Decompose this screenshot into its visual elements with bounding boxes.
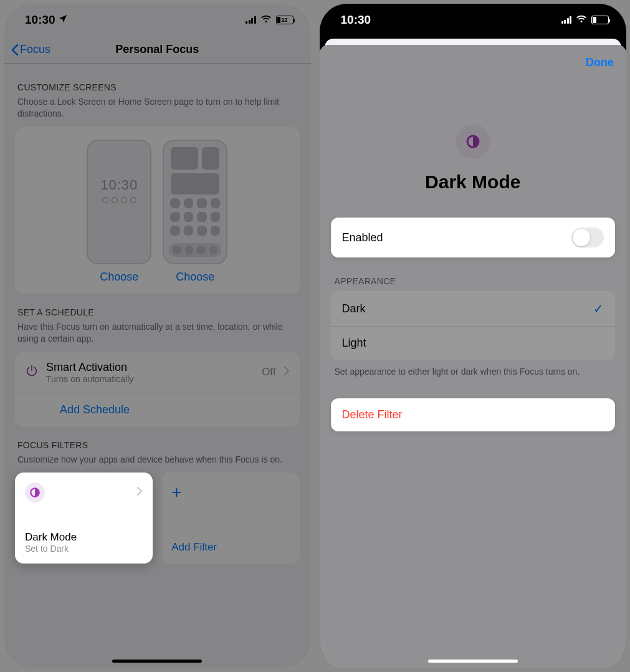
phone-right: 10:30 22 Done Dark Mode Enabled Appearan… [320, 4, 627, 668]
status-bar: 10:30 22 [4, 4, 311, 36]
location-icon [58, 13, 68, 27]
dark-mode-filter-title: Dark Mode [25, 531, 143, 544]
plus-icon: + [171, 482, 181, 502]
add-schedule-button[interactable]: Add Schedule [15, 393, 300, 426]
lock-screen-option[interactable]: 10:30 Choose [87, 140, 151, 284]
schedule-desc: Have this Focus turn on automatically at… [4, 320, 311, 352]
wifi-icon [576, 14, 587, 26]
wifi-icon [260, 14, 272, 26]
delete-filter-button[interactable]: Delete Filter [331, 398, 616, 431]
appearance-dark-label: Dark [342, 302, 366, 315]
status-right: 22 [561, 14, 609, 26]
appearance-footer: Set appearance to either light or dark w… [320, 360, 627, 385]
home-screen-thumb [163, 140, 227, 264]
battery-pct: 22 [277, 16, 293, 24]
page-title: Personal Focus [4, 43, 311, 56]
filters-grid: Dark Mode Set to Dark + Add Filter [15, 473, 300, 564]
enabled-row[interactable]: Enabled [331, 218, 616, 257]
filter-title: Dark Mode [425, 171, 520, 193]
appearance-header: Appearance [320, 257, 627, 291]
dark-mode-filter-sub: Set to Dark [25, 544, 143, 554]
appearance-dark-row[interactable]: Dark ✓ [331, 291, 616, 327]
phone-left: 10:30 22 Focus Personal Focus Customize … [4, 4, 311, 668]
customize-desc: Choose a Lock Screen or Home Screen page… [4, 95, 311, 127]
lock-thumb-dots [102, 197, 136, 203]
lock-screen-thumb: 10:30 [87, 140, 151, 264]
sheet-header: Done [320, 51, 627, 69]
done-button[interactable]: Done [586, 56, 614, 69]
home-indicator[interactable] [428, 660, 518, 663]
filters-header: Focus Filters [4, 426, 311, 453]
smart-activation-title: Smart Activation [46, 361, 254, 374]
status-time-group: 10:30 [25, 13, 68, 27]
checkmark-icon: ✓ [593, 301, 604, 316]
enabled-list: Enabled [331, 218, 616, 257]
battery-pct: 22 [592, 16, 608, 24]
dark-mode-icon [456, 124, 490, 159]
battery-icon: 22 [591, 16, 609, 24]
dark-mode-icon [25, 482, 45, 502]
choose-home-button[interactable]: Choose [176, 271, 214, 284]
smart-activation-main: Smart Activation Turns on automatically [46, 361, 254, 384]
appearance-light-row[interactable]: Light [331, 327, 616, 360]
home-indicator[interactable] [112, 660, 202, 663]
delete-filter-label: Delete Filter [342, 408, 403, 421]
status-time: 10:30 [25, 13, 55, 27]
status-time: 10:30 [341, 13, 371, 27]
smart-activation-value: Off [262, 366, 275, 378]
chevron-right-icon [136, 486, 143, 499]
screens-card: 10:30 Choose Choose [15, 127, 300, 294]
add-filter-label: Add Filter [171, 541, 289, 554]
battery-icon: 22 [276, 16, 294, 24]
lock-thumb-time: 10:30 [100, 177, 138, 193]
smart-activation-sub: Turns on automatically [46, 374, 254, 384]
choose-lock-button[interactable]: Choose [100, 271, 138, 284]
nav-bar: Focus Personal Focus [4, 36, 311, 64]
smart-activation-row[interactable]: Smart Activation Turns on automatically … [15, 352, 300, 393]
enabled-label: Enabled [342, 231, 383, 244]
customize-header: Customize Screens [4, 69, 311, 95]
filter-hero: Dark Mode [320, 69, 627, 218]
schedule-header: Set a Schedule [4, 294, 311, 320]
dark-mode-filter-card[interactable]: Dark Mode Set to Dark [15, 473, 153, 564]
add-filter-card[interactable]: + Add Filter [161, 473, 299, 564]
filter-sheet: Done Dark Mode Enabled Appearance Dark ✓… [320, 45, 627, 668]
status-time-group: 10:30 [341, 13, 371, 27]
status-bar: 10:30 22 [320, 4, 627, 36]
home-screen-option[interactable]: Choose [163, 140, 227, 284]
status-right: 22 [246, 14, 294, 26]
appearance-light-label: Light [342, 337, 366, 350]
power-icon [25, 364, 39, 380]
appearance-list: Dark ✓ Light [331, 291, 616, 360]
cellular-icon [561, 16, 572, 24]
delete-list: Delete Filter [331, 398, 616, 431]
content: Customize Screens Choose a Lock Screen o… [4, 64, 311, 595]
filters-desc: Customize how your apps and device behav… [4, 453, 311, 473]
cellular-icon [246, 16, 256, 24]
schedule-list: Smart Activation Turns on automatically … [15, 352, 300, 426]
enabled-toggle[interactable] [571, 228, 604, 247]
chevron-right-icon [284, 366, 290, 378]
